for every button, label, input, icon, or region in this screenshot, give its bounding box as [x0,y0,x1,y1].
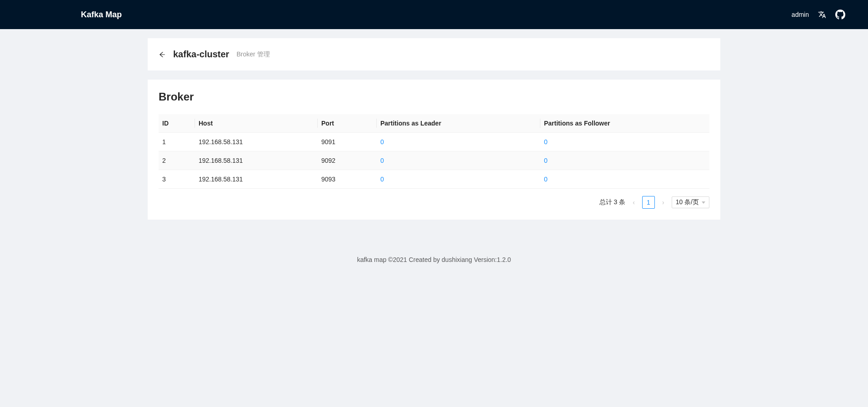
pagination-size-select[interactable]: 10 条/页 [672,196,709,208]
header-right: admin [792,10,845,20]
cell-id: 1 [159,133,195,151]
cell-leader-link[interactable]: 0 [377,133,540,151]
breadcrumb-sub: Broker 管理 [236,50,269,59]
cell-id: 2 [159,151,195,170]
pagination-size-label: 10 条/页 [676,198,699,206]
pagination: 总计 3 条 ‹ 1 › 10 条/页 [159,196,709,209]
table-row: 3192.168.58.131909300 [159,170,709,189]
breadcrumb-card: kafka-cluster Broker 管理 [148,38,720,70]
cell-leader-link[interactable]: 0 [377,151,540,170]
cell-host: 192.168.58.131 [195,133,318,151]
pagination-total: 总计 3 条 [599,198,626,206]
footer-text: kafka map ©2021 Created by dushixiang Ve… [0,229,868,281]
username-label[interactable]: admin [792,11,809,18]
cell-follower-link[interactable]: 0 [540,151,709,170]
back-arrow-icon[interactable] [159,51,166,58]
content-card: Broker ID Host Port Partitions as Leader… [148,80,720,220]
cell-follower-link[interactable]: 0 [540,133,709,151]
col-port[interactable]: Port [318,114,377,133]
table-row: 2192.168.58.131909200 [159,151,709,170]
col-host[interactable]: Host [195,114,318,133]
pagination-page-1[interactable]: 1 [642,196,655,209]
cell-port: 9092 [318,151,377,170]
app-header: Kafka Map admin [0,0,868,29]
cell-host: 192.168.58.131 [195,151,318,170]
cell-port: 9091 [318,133,377,151]
cell-follower-link[interactable]: 0 [540,170,709,189]
cell-leader-link[interactable]: 0 [377,170,540,189]
cell-id: 3 [159,170,195,189]
pagination-next[interactable]: › [660,199,666,206]
cell-host: 192.168.58.131 [195,170,318,189]
github-icon[interactable] [835,10,845,20]
col-leader[interactable]: Partitions as Leader [377,114,540,133]
cell-port: 9093 [318,170,377,189]
translate-icon[interactable] [818,10,826,19]
app-title[interactable]: Kafka Map [81,10,122,20]
table-row: 1192.168.58.131909100 [159,133,709,151]
broker-table: ID Host Port Partitions as Leader Partit… [159,114,709,189]
chevron-down-icon [702,201,705,204]
col-id[interactable]: ID [159,114,195,133]
cluster-name: kafka-cluster [173,49,229,60]
section-title: Broker [159,90,709,103]
pagination-prev[interactable]: ‹ [631,199,637,206]
col-follower[interactable]: Partitions as Follower [540,114,709,133]
table-header-row: ID Host Port Partitions as Leader Partit… [159,114,709,133]
